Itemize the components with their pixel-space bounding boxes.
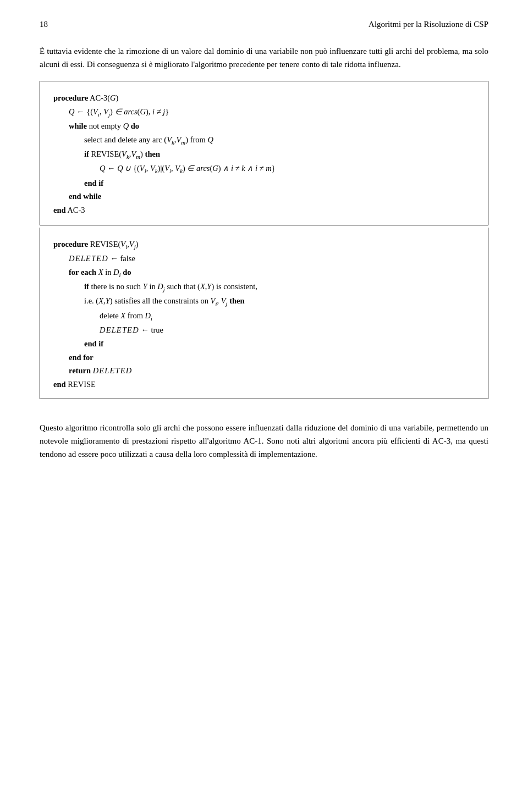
revise-for-each: for each X in Di do: [53, 266, 475, 280]
revise-end-if: end if: [53, 337, 475, 351]
ac3-while: while not empty Q do: [53, 119, 475, 133]
ac3-select: select and delete any arc (Vk,Vm) from Q: [53, 133, 475, 147]
ac3-end-while: end while: [53, 190, 475, 203]
ac3-update-q: Q ← Q ∪ {(Vi, Vk)|(Vi, Vk) ∈ arcs(G) ∧ i…: [53, 162, 475, 176]
revise-set-deleted-true: DELETED ← true: [53, 323, 475, 337]
closing-paragraph: Questo algoritmo ricontrolla solo gli ar…: [40, 421, 488, 461]
revise-ie: i.e. (X,Y) satisfies all the constraints…: [53, 294, 475, 308]
ac3-end: end AC-3: [53, 203, 475, 217]
page-number: 18: [40, 20, 48, 29]
page-title: Algoritmi per la Risoluzione di CSP: [369, 20, 488, 29]
intro-paragraph: È tuttavia evidente che la rimozione di …: [40, 45, 488, 71]
revise-if-no-y: if there is no such Y in Dj such that (X…: [53, 280, 475, 294]
revise-algorithm-box: procedure REVISE(Vi,Vj) DELETED ← false …: [40, 228, 488, 400]
revise-end-for: end for: [53, 351, 475, 364]
revise-procedure-title: procedure REVISE(Vi,Vj): [53, 237, 475, 252]
revise-return: return DELETED: [53, 364, 475, 378]
ac3-end-if: end if: [53, 176, 475, 190]
page-header: 18 Algoritmi per la Risoluzione di CSP: [40, 20, 488, 29]
ac3-procedure-title: procedure AC-3(G): [53, 91, 475, 105]
ac3-init-q: Q ← {(Vi, Vj) ∈ arcs(G), i ≠ j}: [53, 105, 475, 119]
ac3-algorithm-box: procedure AC-3(G) Q ← {(Vi, Vj) ∈ arcs(G…: [40, 81, 488, 225]
revise-init-deleted: DELETED ← false: [53, 252, 475, 266]
revise-end: end REVISE: [53, 378, 475, 391]
ac3-if-revise: if REVISE(Vk,Vm) then: [53, 147, 475, 162]
revise-delete-x: delete X from Di: [53, 309, 475, 323]
